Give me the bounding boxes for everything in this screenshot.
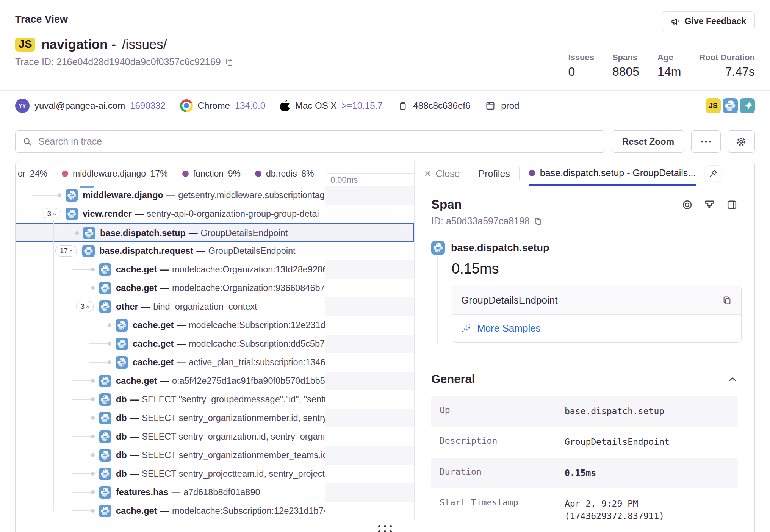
transaction-path: /issues/ <box>122 37 167 52</box>
waterfall-cell[interactable] <box>325 297 414 316</box>
tree-row-content: db—SELECT sentry_organization.id, sentry… <box>16 427 325 446</box>
search-box[interactable] <box>15 130 605 153</box>
tree-row[interactable]: cache.get—modelcache:Subscription:12e231… <box>16 502 414 520</box>
waterfall-cell[interactable] <box>325 242 414 260</box>
tree-row[interactable]: features.has—a7d618b8df01a890 <box>16 483 414 502</box>
tab-span-details[interactable]: base.dispatch.setup - GroupDetails... <box>529 161 696 186</box>
waterfall-cell[interactable] <box>326 224 413 241</box>
title-row: JS navigation - /issues/ Trace ID: 216e0… <box>0 31 770 80</box>
tree-row[interactable]: db—SELECT sentry_organizationmember_team… <box>16 446 414 465</box>
waterfall-cell[interactable] <box>325 186 414 205</box>
collapse-chevron-icon[interactable] <box>727 374 738 385</box>
tree-row[interactable]: cache.get—modelcache:Subscription:12e231… <box>16 316 414 335</box>
waterfall-cell[interactable] <box>325 409 414 427</box>
tree-row[interactable]: 17^base.dispatch.request—GroupDetailsEnd… <box>16 242 414 260</box>
reset-zoom-button[interactable]: Reset Zoom <box>612 130 684 153</box>
waterfall-cell[interactable] <box>325 427 414 446</box>
waterfall-cell[interactable] <box>325 390 414 409</box>
tree-row[interactable]: cache.get—modelcache:Subscription:dd5c5b… <box>16 335 414 353</box>
row-description: active_plan_trial:subscription:13461 <box>189 357 325 367</box>
more-samples-link[interactable]: More Samples <box>452 315 741 342</box>
tree-row[interactable]: base.dispatch.setup—GroupDetailsEndpoint <box>16 223 414 242</box>
more-options-button[interactable] <box>691 130 721 153</box>
copy-icon[interactable] <box>534 217 543 226</box>
row-separator: — <box>171 487 180 497</box>
kv-row: Duration0.15ms <box>431 458 738 488</box>
tree-connector <box>72 380 93 381</box>
waterfall-cell[interactable] <box>325 205 414 223</box>
os-chip[interactable]: Mac OS X >=10.15.7 <box>280 100 382 112</box>
waterfall-cell[interactable] <box>325 260 414 279</box>
settings-button[interactable] <box>728 130 755 153</box>
tab-profiles[interactable]: Profiles <box>478 168 510 179</box>
copy-icon[interactable] <box>225 58 234 67</box>
tree-row-content: middleware.django—getsentry.middleware.s… <box>16 186 325 205</box>
waterfall-cell[interactable] <box>325 446 414 465</box>
stat-value[interactable]: 14m <box>657 65 681 80</box>
row-op: db <box>116 450 127 460</box>
environment-chip[interactable]: prod <box>485 100 519 111</box>
waterfall-cell[interactable] <box>325 316 414 335</box>
tree-row[interactable]: 3^view.render—sentry-api-0-organization-… <box>16 205 414 223</box>
chrome-icon <box>180 99 193 112</box>
tree-connector <box>32 195 59 196</box>
zoom-to-span-icon[interactable] <box>681 199 693 211</box>
device-chip[interactable]: 488c8c636ef6 <box>397 100 471 111</box>
waterfall-cell[interactable] <box>325 353 414 372</box>
tree-row-content: db—SELECT sentry_organizationmember.id, … <box>16 409 325 427</box>
python-icon <box>723 98 738 113</box>
kv-key: Description <box>440 436 565 448</box>
row-separator: — <box>130 413 139 423</box>
row-separator: — <box>189 228 198 238</box>
gear-icon <box>736 136 747 147</box>
row-description: modelcache:Subscription:12e231d1b <box>189 320 325 330</box>
search-input[interactable] <box>38 136 598 147</box>
megaphone-icon <box>670 17 680 27</box>
tree-row[interactable]: 3^other—bind_organization_context <box>16 297 414 316</box>
row-op: cache.get <box>116 283 157 293</box>
span-duration: 0.15ms <box>452 258 738 286</box>
tree-connector <box>72 473 93 474</box>
waterfall-cell[interactable] <box>325 335 414 353</box>
copy-icon[interactable] <box>722 295 732 305</box>
row-expand-badge[interactable]: 3^ <box>76 301 94 312</box>
give-feedback-button[interactable]: Give Feedback <box>662 11 755 31</box>
legend-label: db.redis 8% <box>266 169 314 179</box>
row-expand-badge[interactable]: 17^ <box>55 245 77 257</box>
browser-chip[interactable]: Chrome 134.0.0 <box>180 99 265 112</box>
sidebar-layout-icon[interactable] <box>726 199 738 211</box>
row-separator: — <box>196 246 205 256</box>
tree-row[interactable]: db—SELECT sentry_organization.id, sentry… <box>16 427 414 446</box>
profiling-icon[interactable] <box>704 199 715 211</box>
waterfall-cell[interactable] <box>325 502 414 520</box>
divider <box>519 167 520 180</box>
user-chip[interactable]: YY yuval@pangea-ai.com 1690332 <box>15 99 166 113</box>
time-axis-label: 0.00ms <box>330 175 358 185</box>
trace-title: JS navigation - /issues/ <box>15 37 234 52</box>
tree-row[interactable]: cache.get—active_plan_trial:subscription… <box>16 353 414 372</box>
kv-row: Start TimestampApr 2, 9:29 PM (174362937… <box>431 488 738 520</box>
tree-row-content: db—SELECT sentry_projectteam.id, sentry_… <box>16 465 325 483</box>
tree-row[interactable]: db—SELECT "sentry_groupedmessage"."id", … <box>16 390 414 409</box>
tree-row[interactable]: cache.get—o:a5f42e275d1ac91fba90f0b570d1… <box>16 372 414 390</box>
tree-row-content: base.dispatch.setup—GroupDetailsEndpoint <box>16 224 326 241</box>
waterfall-cell[interactable] <box>325 483 414 502</box>
tree-row-content: db—SELECT "sentry_groupedmessage"."id", … <box>16 390 325 409</box>
close-button[interactable]: × Close <box>424 168 460 179</box>
tree-row[interactable]: cache.get—modelcache:Organization:936608… <box>16 279 414 297</box>
tree-row[interactable]: db—SELECT sentry_organizationmember.id, … <box>16 409 414 427</box>
span-details-drawer: × Close Profiles base.dispatch.setup - G… <box>414 161 754 520</box>
waterfall-cell[interactable] <box>325 279 414 297</box>
span-op-name: base.dispatch.setup <box>451 242 549 254</box>
device-icon <box>397 100 408 111</box>
tree-row[interactable]: middleware.django—getsentry.middleware.s… <box>16 186 414 205</box>
scatter-icon <box>461 323 472 334</box>
waterfall-cell[interactable] <box>325 465 414 483</box>
tree-row[interactable]: cache.get—modelcache:Organization:13fd28… <box>16 260 414 279</box>
pin-button[interactable] <box>705 165 721 182</box>
drag-handle[interactable] <box>378 525 392 532</box>
tree-connector <box>72 288 93 288</box>
row-expand-badge[interactable]: 3^ <box>42 208 60 219</box>
tree-row[interactable]: db—SELECT sentry_projectteam.id, sentry_… <box>16 465 414 483</box>
waterfall-cell[interactable] <box>325 372 414 390</box>
